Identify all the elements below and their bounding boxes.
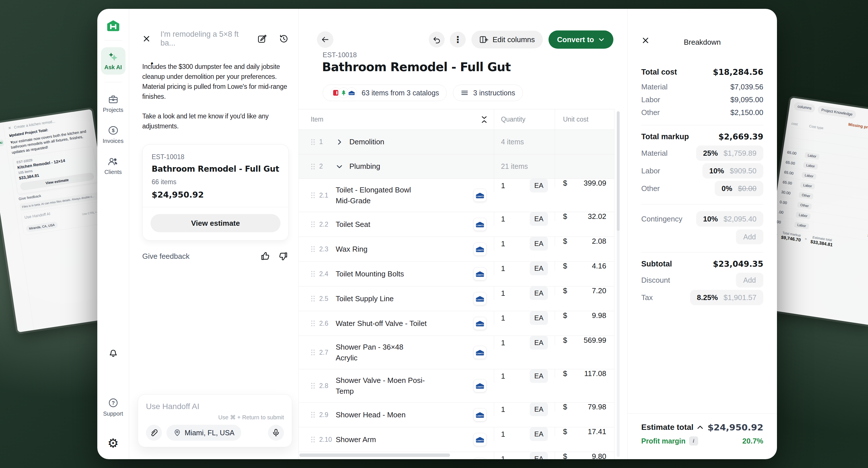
back-button[interactable]	[317, 31, 334, 48]
undo-button[interactable]	[429, 32, 445, 48]
table-item-row[interactable]: 2.8 Shower Valve - Moen Posi-Temp Lowe's…	[299, 369, 614, 403]
unit-chip[interactable]: EA	[530, 427, 548, 441]
unit-cost-value[interactable]: 7.20	[592, 286, 606, 295]
convert-to-button[interactable]: Convert to	[549, 30, 613, 49]
drag-handle-icon[interactable]	[311, 295, 315, 302]
add-button[interactable]: Add	[736, 273, 763, 288]
unit-cost-value[interactable]: 32.02	[588, 212, 606, 221]
drag-handle-icon[interactable]	[311, 246, 315, 253]
quantity-value[interactable]: 1	[501, 264, 505, 273]
unit-cost-value[interactable]: 117.08	[584, 369, 606, 378]
settings-button[interactable]: ⚙	[107, 437, 119, 449]
unit-cost-value[interactable]: 2.08	[592, 237, 606, 246]
table-group-row[interactable]: 1 Demolition 4 items	[299, 130, 614, 154]
lowes-vendor-badge[interactable]: Lowe's	[473, 379, 487, 392]
unit-chip[interactable]: EA	[530, 237, 548, 251]
table-item-row[interactable]: 2.1 Toilet - Elongated Bowl Mid-Grade Lo…	[299, 179, 614, 212]
table-item-row[interactable]: 2.4 Toilet Mounting Bolts Lowe's 1 EA $ …	[299, 262, 614, 286]
lowes-vendor-badge[interactable]: Lowe's	[473, 408, 487, 421]
attach-button[interactable]	[146, 425, 162, 441]
catalogs-badge[interactable]: Lowe's 63 items from 3 catalogs	[322, 85, 447, 101]
unit-cost-value[interactable]: 569.99	[584, 336, 606, 345]
unit-cost-value[interactable]: 17.41	[588, 427, 606, 436]
table-item-row[interactable]: 2.9 Shower Head - Moen Lowe's 1 EA $ 79.…	[299, 403, 614, 427]
horizontal-scrollbar[interactable]	[299, 454, 450, 457]
group-chevron-icon[interactable]	[336, 163, 343, 170]
info-icon[interactable]: i	[689, 436, 698, 445]
drag-handle-icon[interactable]	[311, 221, 315, 228]
more-options-button[interactable]: ⋮	[450, 32, 466, 48]
unit-cost-value[interactable]: 79.98	[588, 403, 606, 411]
table-item-row[interactable]: 2.7 Shower Pan - 36×48 Acrylic Lowe's 1 …	[299, 336, 614, 369]
quantity-value[interactable]: 1	[501, 239, 505, 248]
table-item-row[interactable]: 2.3 Wax Ring Lowe's 1 EA $ 2.08	[299, 237, 614, 262]
notifications-button[interactable]	[107, 347, 119, 358]
quantity-value[interactable]: 1	[501, 455, 505, 460]
unit-chip[interactable]: EA	[530, 212, 548, 226]
tax-pill[interactable]: 8.25%$1,901.57	[690, 290, 763, 305]
thumbs-up-icon[interactable]	[260, 251, 271, 262]
unit-cost-value[interactable]: 4.16	[592, 262, 606, 270]
drag-handle-icon[interactable]	[311, 436, 315, 443]
edit-columns-button[interactable]: Edit columns	[471, 31, 543, 49]
quantity-value[interactable]: 1	[501, 339, 505, 347]
quantity-value[interactable]: 1	[501, 405, 505, 414]
unit-chip[interactable]: EA	[530, 179, 548, 193]
quantity-value[interactable]: 1	[501, 289, 505, 298]
unit-cost-value[interactable]: 9.98	[592, 311, 606, 320]
drag-handle-icon[interactable]	[311, 139, 315, 145]
unit-chip[interactable]: EA	[530, 452, 548, 459]
unit-chip[interactable]: EA	[530, 262, 548, 275]
markup-pill[interactable]: 25%$1,759.89	[696, 145, 763, 161]
table-item-row[interactable]: 2.10 Shower Arm Lowe's 1 EA $ 17.41	[299, 427, 614, 452]
table-group-row[interactable]: 2 Plumbing 21 items	[299, 154, 614, 179]
quantity-value[interactable]: 1	[501, 314, 505, 323]
drag-handle-icon[interactable]	[311, 270, 315, 277]
lowes-vendor-badge[interactable]: Lowe's	[473, 317, 487, 330]
chevron-up-icon[interactable]	[697, 425, 703, 430]
vertical-scrollbar[interactable]	[617, 111, 620, 457]
unit-cost-value[interactable]: 9.80	[592, 452, 606, 459]
view-estimate-button[interactable]: View estimate	[151, 214, 280, 232]
lowes-vendor-badge[interactable]: Lowe's	[473, 242, 487, 256]
lowes-vendor-badge[interactable]: Lowe's	[473, 267, 487, 281]
mic-button[interactable]	[268, 425, 284, 441]
composer-placeholder[interactable]: Use Handoff AI	[146, 402, 284, 411]
drag-handle-icon[interactable]	[311, 411, 315, 418]
add-button[interactable]: Add	[736, 229, 763, 244]
collapse-all-button[interactable]	[481, 116, 488, 123]
contingency-pill[interactable]: 10%$2,095.40	[696, 211, 763, 227]
new-chat-icon[interactable]	[257, 34, 267, 44]
chat-composer[interactable]: Use Handoff AI Use ⌘ + Return to submit …	[138, 394, 292, 447]
quantity-value[interactable]: 1	[501, 215, 505, 224]
table-item-row[interactable]: 2.5 Toilet Supply Line Lowe's 1 EA $ 7.2…	[299, 286, 614, 311]
lowes-vendor-badge[interactable]: Lowe's	[473, 458, 487, 459]
unit-chip[interactable]: EA	[530, 286, 548, 300]
group-chevron-icon[interactable]	[336, 138, 343, 146]
drag-handle-icon[interactable]	[311, 163, 315, 170]
drag-handle-icon[interactable]	[311, 320, 315, 327]
sidebar-item-ask-ai[interactable]: Ask AI	[101, 47, 125, 75]
lowes-vendor-badge[interactable]: Lowe's	[473, 292, 487, 305]
instructions-badge[interactable]: 3 instructions	[453, 85, 523, 101]
markup-pill[interactable]: 10%$909.50	[703, 163, 763, 178]
unit-chip[interactable]: EA	[530, 403, 548, 416]
lowes-vendor-badge[interactable]: Lowe's	[473, 189, 487, 202]
table-item-row[interactable]: 2.2 Toilet Seat Lowe's 1 EA $ 32.02	[299, 212, 614, 237]
location-pill[interactable]: Miami, FL, USA	[166, 425, 241, 441]
chat-title[interactable]: I'm remodeling a 5×8 ft ba...	[160, 30, 246, 48]
lowes-vendor-badge[interactable]: Lowe's	[473, 433, 487, 446]
table-item-row[interactable]: 2.6 Water Shut-off Valve - Toilet Lowe's…	[299, 311, 614, 336]
close-icon[interactable]	[142, 34, 151, 43]
unit-chip[interactable]: EA	[530, 336, 548, 350]
drag-handle-icon[interactable]	[311, 382, 315, 389]
thumbs-down-icon[interactable]	[278, 251, 289, 262]
unit-cost-value[interactable]: 399.09	[584, 179, 606, 187]
lowes-vendor-badge[interactable]: Lowe's	[473, 346, 487, 359]
markup-pill[interactable]: 0%$0.00	[715, 181, 763, 196]
drag-handle-icon[interactable]	[311, 349, 315, 356]
handoff-logo-icon[interactable]	[106, 19, 121, 33]
give-feedback-label[interactable]: Give feedback	[142, 252, 189, 261]
history-icon[interactable]	[279, 34, 289, 44]
sidebar-item-support[interactable]: ? Support	[103, 398, 123, 417]
